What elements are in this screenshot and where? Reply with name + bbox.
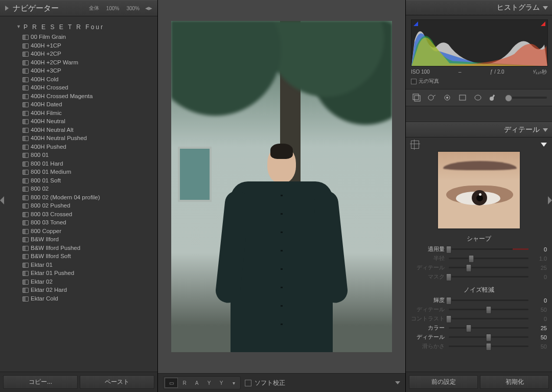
preset-item[interactable]: B&W Ilford Soft — [0, 252, 157, 261]
collapse-right-icon[interactable] — [548, 196, 552, 204]
slider-track[interactable] — [449, 327, 528, 329]
slider-track[interactable] — [449, 345, 528, 347]
preset-item[interactable]: 400H +1CP — [0, 41, 157, 50]
slider-radius[interactable]: 半径1.0 — [411, 255, 547, 262]
preset-item[interactable]: Ektar 02 Hard — [0, 286, 157, 294]
compare-r-button[interactable]: R — [179, 378, 190, 387]
detail-header[interactable]: ディテール — [406, 122, 552, 137]
preset-item[interactable]: 400H Crossed — [0, 83, 157, 92]
preset-item[interactable]: 800 03 Crossed — [0, 210, 157, 219]
preset-item[interactable]: 400H +2CP — [0, 50, 157, 58]
slider-track[interactable] — [449, 336, 528, 338]
soft-proof-checkbox[interactable]: ソフト校正 — [245, 379, 285, 387]
preset-item[interactable]: 800 01 Hard — [0, 159, 157, 168]
preset-label: 400H Pushed — [31, 144, 66, 150]
zoom-fit[interactable]: 全体 — [87, 5, 101, 12]
slider-track[interactable] — [449, 267, 528, 268]
reset-button[interactable]: 初期化 — [480, 375, 549, 389]
redeye-tool-icon[interactable] — [442, 93, 453, 103]
preset-item[interactable]: 800 03 Toned — [0, 218, 157, 227]
preset-item[interactable]: 400H Neutral Alt — [0, 126, 157, 134]
preset-item[interactable]: 800 02 Pushed — [0, 201, 157, 210]
preset-item[interactable]: 800 Copper — [0, 227, 157, 236]
preset-item[interactable]: 800 01 Medium — [0, 168, 157, 176]
radial-tool-icon[interactable] — [472, 93, 484, 103]
preset-item[interactable]: 400H +2CP Warm — [0, 58, 157, 67]
original-photo-checkbox[interactable]: 元の写真 — [411, 78, 547, 85]
preset-item[interactable]: 00 Film Grain — [0, 33, 157, 41]
slider-col_detail[interactable]: ディテール50 — [411, 333, 547, 341]
slider-value: 50 — [533, 343, 547, 350]
slider-value: 50 — [533, 307, 547, 313]
preset-thumbnail-icon — [22, 94, 29, 99]
crop-tool-icon[interactable] — [411, 93, 422, 103]
preset-label: 400H Cold — [31, 76, 58, 82]
slider-mask[interactable]: マスク0 — [411, 273, 547, 281]
previous-settings-button[interactable]: 前の設定 — [409, 375, 478, 389]
preset-folder[interactable]: P R E S E T R Four — [0, 20, 157, 33]
slider-luminance[interactable]: 輝度0 — [411, 296, 547, 304]
loupe-view-button[interactable]: ▭ — [165, 378, 178, 388]
slider-lum_detail[interactable]: ディテール50 — [411, 306, 547, 313]
preset-item[interactable]: Ektar Cold — [0, 294, 157, 303]
detail-target-icon[interactable] — [411, 141, 419, 149]
zoom-100[interactable]: 100% — [105, 6, 121, 11]
collapsed-panel-row[interactable] — [406, 106, 552, 122]
slider-amount[interactable]: 適用量0 — [411, 245, 547, 253]
preset-item[interactable]: 400H Dated — [0, 100, 157, 109]
spot-tool-icon[interactable] — [426, 93, 438, 103]
detail-title: ディテール — [504, 125, 540, 134]
slider-detail[interactable]: ディテール25 — [411, 264, 547, 271]
zoom-menu-icon[interactable]: ◀▶ — [145, 6, 152, 11]
right-footer: 前の設定 初期化 — [406, 372, 552, 392]
preset-item[interactable]: 400H +3CP — [0, 66, 157, 75]
grad-tool-icon[interactable] — [457, 93, 468, 103]
preset-item[interactable]: 800 01 — [0, 151, 157, 159]
preset-item[interactable]: 800 01 Soft — [0, 176, 157, 185]
svg-rect-9 — [492, 95, 495, 99]
preset-item[interactable]: 800 02 — [0, 185, 157, 193]
compare-menu-button[interactable]: ▾ — [228, 378, 239, 387]
histogram[interactable] — [411, 19, 548, 66]
compare-a-button[interactable]: A — [191, 378, 202, 387]
compare-y2-button[interactable]: Y — [216, 378, 227, 387]
preset-item[interactable]: 400H Pushed — [0, 143, 157, 151]
slider-track[interactable] — [449, 318, 528, 319]
zoom-300[interactable]: 300% — [125, 6, 141, 11]
slider-track[interactable] — [449, 248, 528, 250]
paste-button[interactable]: ペースト — [80, 375, 154, 389]
slider-track[interactable] — [449, 276, 528, 278]
preset-item[interactable]: B&W Ilford Pushed — [0, 244, 157, 252]
slider-label: マスク — [411, 273, 445, 281]
preset-item[interactable]: 800 02 (Modern 04 profile) — [0, 193, 157, 202]
slider-track[interactable] — [449, 309, 528, 310]
slider-lum_contrast[interactable]: コントラスト0 — [411, 315, 547, 322]
detail-disclosure-icon[interactable] — [541, 143, 547, 147]
histogram-header[interactable]: ヒストグラム — [406, 0, 552, 15]
slider-track[interactable] — [449, 258, 528, 259]
preset-item[interactable]: Ektar 01 Pushed — [0, 269, 157, 278]
compare-y1-button[interactable]: Y — [203, 378, 215, 387]
toolbar-disclosure-icon[interactable] — [395, 381, 400, 384]
image-canvas[interactable] — [158, 0, 405, 373]
brush-tool-icon[interactable] — [488, 93, 499, 103]
preset-item[interactable]: 400H Neutral — [0, 117, 157, 126]
preset-item[interactable]: 400H Cold — [0, 75, 157, 84]
preset-item[interactable]: Ektar 01 — [0, 261, 157, 269]
tool-strip-slider[interactable] — [505, 97, 547, 99]
navigator-header[interactable]: ナビゲーター 全体 100% 300% ◀▶ — [0, 0, 157, 16]
slider-color[interactable]: カラー25 — [411, 324, 547, 332]
collapse-left-icon[interactable] — [0, 196, 4, 204]
preset-thumbnail-icon — [22, 178, 29, 183]
preset-thumbnail-icon — [22, 162, 29, 167]
preset-item[interactable]: 400H Crossed Magenta — [0, 92, 157, 101]
copy-button[interactable]: コピー... — [3, 375, 78, 389]
preset-item[interactable]: B&W Ilford — [0, 235, 157, 244]
slider-track[interactable] — [449, 299, 528, 301]
preset-item[interactable]: 400H Filmic — [0, 109, 157, 118]
preset-item[interactable]: 400H Neutral Pushed — [0, 134, 157, 143]
preset-thumbnail-icon — [22, 52, 29, 57]
preset-item[interactable]: Ektar 02 — [0, 278, 157, 286]
detail-preview[interactable] — [437, 151, 521, 229]
slider-col_smooth[interactable]: 滑らかさ50 — [411, 342, 547, 350]
